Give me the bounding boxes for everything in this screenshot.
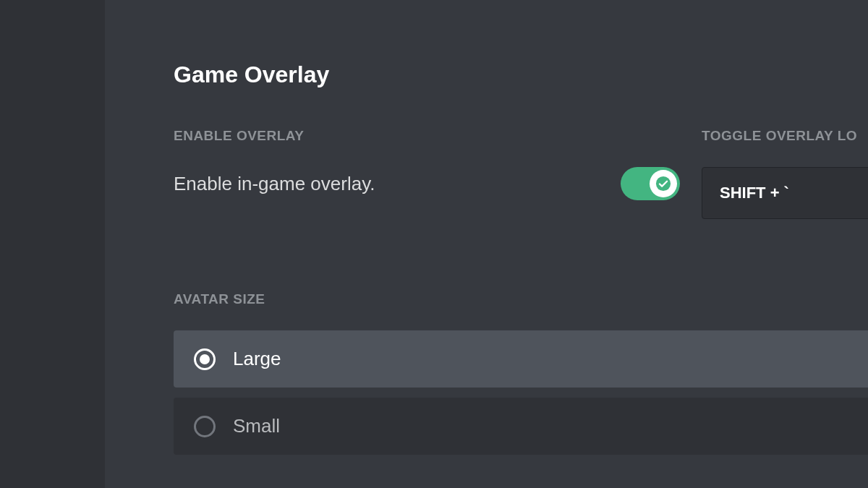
keybind-value: SHIFT + ` <box>720 184 789 202</box>
keybind-block: TOGGLE OVERLAY LO SHIFT + ` <box>702 128 868 219</box>
radio-unselected-icon <box>194 416 216 437</box>
avatar-size-option-large[interactable]: Large <box>174 330 868 388</box>
keybind-label: TOGGLE OVERLAY LO <box>702 128 868 144</box>
avatar-size-label: AVATAR SIZE <box>174 291 868 307</box>
checkmark-icon <box>655 176 671 192</box>
settings-sidebar <box>0 0 105 488</box>
radio-label: Small <box>233 415 280 437</box>
enable-overlay-block: ENABLE OVERLAY Enable in-game overlay. <box>174 128 680 219</box>
radio-selected-icon <box>194 348 216 370</box>
settings-content: Game Overlay ENABLE OVERLAY Enable in-ga… <box>105 0 868 488</box>
toggle-knob <box>650 170 677 197</box>
enable-overlay-label: ENABLE OVERLAY <box>174 128 680 144</box>
keybind-input[interactable]: SHIFT + ` <box>702 167 868 219</box>
enable-overlay-description: Enable in-game overlay. <box>174 173 375 195</box>
radio-label: Large <box>233 348 281 370</box>
svg-point-0 <box>656 176 671 191</box>
page-title: Game Overlay <box>174 61 868 88</box>
avatar-size-section: AVATAR SIZE Large Small <box>174 291 868 455</box>
enable-overlay-row: ENABLE OVERLAY Enable in-game overlay. T… <box>174 128 868 219</box>
enable-overlay-toggle[interactable] <box>621 167 680 200</box>
avatar-size-option-small[interactable]: Small <box>174 398 868 455</box>
enable-overlay-control-row: Enable in-game overlay. <box>174 167 680 200</box>
